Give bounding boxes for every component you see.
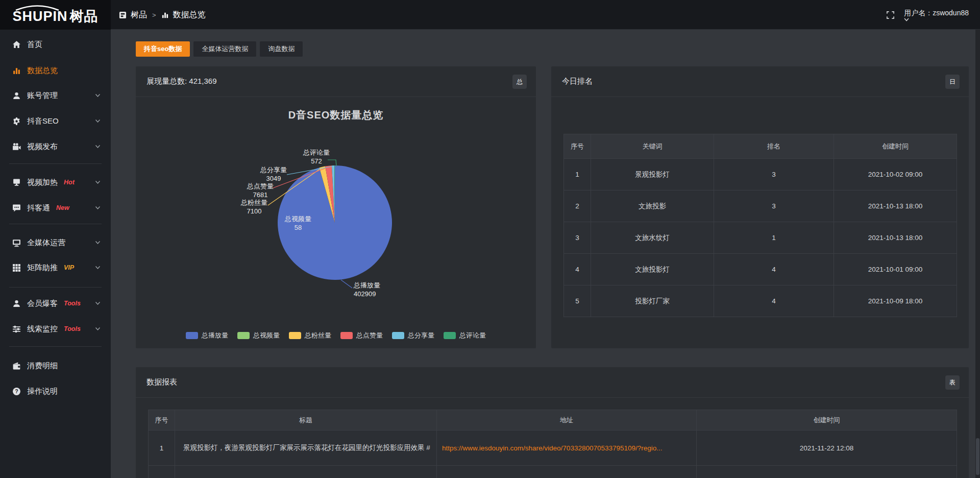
tab-inquiry-data[interactable]: 询盘数据	[260, 41, 303, 57]
sidebar-divider	[9, 224, 102, 224]
pie-label-videos: 总视频量58	[282, 214, 314, 232]
tab-omnimedia-data[interactable]: 全媒体运营数据	[193, 41, 256, 57]
legend-item-videos[interactable]: 总视频量	[237, 331, 280, 340]
table-row: 5 投影灯厂家 4 2021-10-09 18:00	[564, 285, 957, 317]
sidebar-item-label: 消费明细	[27, 361, 58, 371]
sidebar-item-doukertong[interactable]: 抖客通 New	[0, 199, 111, 217]
sidebar-divider	[9, 163, 102, 164]
sidebar-item-video-publish[interactable]: 视频发布	[0, 138, 111, 155]
chevron-down-icon	[95, 94, 101, 98]
ranking-card-title: 今日排名	[562, 77, 593, 86]
sidebar-item-label: 抖客通	[27, 203, 50, 213]
sidebar-item-consumption-detail[interactable]: 消费明细	[0, 357, 111, 374]
col-header-created: 创建时间	[697, 410, 957, 431]
chart-legend: 总播放量 总视频量 总粉丝量 总点赞量 总分享量 总评论量	[136, 331, 536, 340]
sidebar-divider	[9, 346, 102, 347]
video-url-link[interactable]: https://www.iesdouyin.com/share/video/70…	[437, 431, 697, 466]
screen-stand-icon	[12, 178, 21, 187]
day-view-button[interactable]: 日	[945, 75, 960, 89]
legend-chip	[444, 332, 456, 339]
sidebar-item-douyin-seo[interactable]: 抖音SEO	[0, 112, 111, 130]
legend-item-comments[interactable]: 总评论量	[444, 331, 486, 340]
sidebar-item-video-heat[interactable]: 视频加热 Hot	[0, 174, 111, 191]
table-header-row: 序号 关键词 排名 创建时间	[564, 134, 957, 159]
ranking-table: 序号 关键词 排名 创建时间 1 景观投影灯 3 2021-10-02 09:0…	[564, 134, 957, 317]
new-badge: New	[56, 204, 69, 211]
sidebar-item-label: 视频发布	[27, 142, 58, 152]
breadcrumb-current: 数据总览	[173, 10, 206, 20]
chart-title: D音SEO数据量总览	[136, 108, 536, 122]
chevron-down-icon	[95, 206, 101, 210]
legend-item-fans[interactable]: 总粉丝量	[289, 331, 331, 340]
hot-badge: Hot	[64, 179, 75, 186]
legend-item-likes[interactable]: 总点赞量	[340, 331, 383, 340]
breadcrumb-separator: >	[152, 11, 156, 19]
sidebar-item-label: 操作说明	[27, 387, 58, 396]
report-card-title: 数据报表	[146, 377, 177, 387]
sidebar-item-matrix-boost[interactable]: 矩阵助推 VIP	[0, 259, 111, 276]
logo[interactable]: SHUPIN树品	[0, 0, 111, 30]
app-window-icon	[119, 11, 127, 19]
col-header-keyword: 关键词	[591, 134, 714, 159]
legend-item-plays[interactable]: 总播放量	[186, 331, 228, 340]
top-header: SHUPIN树品 树品 > 数据总览 用户名：zswodun88	[0, 0, 980, 30]
logo-arc	[14, 5, 60, 11]
gear-icon	[12, 117, 21, 126]
pie-label-comments: 总评论量572	[298, 148, 335, 165]
bar-chart-icon	[161, 11, 169, 19]
pie-label-likes: 总点赞量7681	[244, 182, 277, 199]
chevron-down-icon	[904, 18, 971, 21]
sidebar-item-label: 全媒体运营	[27, 238, 65, 248]
overview-card: 展现量总数: 421,369 总 D音SEO数据量总览 总评论量572 总分享量…	[136, 66, 536, 348]
fullscreen-icon[interactable]	[886, 11, 895, 19]
sliders-icon	[12, 325, 21, 333]
chevron-down-icon	[95, 241, 101, 245]
wallet-icon	[12, 362, 21, 370]
sidebar-item-lead-monitor[interactable]: 线索监控 Tools	[0, 320, 111, 338]
report-table: 序号 标题 地址 创建时间 1 景观投影灯，夜游景观投影灯厂家展示展示落花灯在花…	[148, 410, 957, 478]
sidebar-item-label: 首页	[27, 40, 42, 50]
user-icon	[12, 91, 21, 100]
sidebar-item-label: 抖音SEO	[27, 116, 59, 126]
table-row: 3 文旅水纹灯 1 2021-10-13 18:00	[564, 222, 957, 254]
chevron-down-icon	[95, 145, 101, 149]
vip-badge: VIP	[64, 264, 74, 271]
breadcrumb-root[interactable]: 树品	[131, 10, 147, 20]
chevron-down-icon	[95, 302, 101, 305]
svg-text:?: ?	[15, 388, 18, 394]
sidebar-item-label: 账号管理	[27, 91, 58, 101]
sidebar-item-account-mgmt[interactable]: 账号管理	[0, 87, 111, 104]
sidebar: 首页 数据总览 账号管理 抖音SEO 视频发布 视频加热 Hot 抖客通 New…	[0, 30, 111, 478]
username-label: 用户名：zswodun88	[904, 9, 969, 17]
col-header-no: 序号	[149, 410, 175, 431]
monitor-icon	[12, 238, 21, 247]
pie-chart: D音SEO数据量总览 总评论量572 总分享量3049 总点赞量7681 总粉丝…	[136, 66, 536, 348]
username-dropdown[interactable]: 用户名：zswodun88	[904, 9, 971, 21]
home-icon	[12, 40, 21, 49]
sidebar-item-data-overview[interactable]: 数据总览	[0, 62, 111, 79]
legend-chip	[392, 332, 404, 339]
col-header-created: 创建时间	[834, 134, 957, 159]
col-header-no: 序号	[564, 134, 591, 159]
scrollbar[interactable]	[975, 30, 980, 478]
col-header-rank: 排名	[714, 134, 834, 159]
legend-item-shares[interactable]: 总分享量	[392, 331, 434, 340]
table-row: 1 景观投影灯 3 2021-10-02 09:00	[564, 159, 957, 190]
sidebar-item-label: 矩阵助推	[27, 263, 58, 273]
today-ranking-card: 今日排名 日 序号 关键词 排名 创建时间 1 景观投影灯 3 2021-10-…	[551, 66, 969, 348]
sidebar-item-home[interactable]: 首页	[0, 36, 111, 53]
col-header-title: 标题	[175, 410, 437, 431]
sidebar-item-member-burst[interactable]: 会员爆客 Tools	[0, 295, 111, 312]
scrollbar-thumb[interactable]	[976, 438, 979, 475]
table-row: 1 景观投影灯，夜游景观投影灯厂家展示展示落花灯在花园里的灯光投影应用效果 # …	[149, 431, 957, 466]
table-row: 4 文旅投影灯 4 2021-10-01 09:00	[564, 254, 957, 285]
video-camera-icon	[12, 142, 21, 151]
pie-label-shares: 总分享量3049	[257, 165, 290, 183]
legend-chip	[289, 332, 301, 339]
sidebar-item-instructions[interactable]: ? 操作说明	[0, 383, 111, 400]
ranking-card-header: 今日排名 日	[551, 66, 969, 97]
chevron-down-icon	[95, 181, 101, 184]
sidebar-item-omnimedia[interactable]: 全媒体运营	[0, 234, 111, 251]
table-view-button[interactable]: 表	[945, 375, 960, 390]
tab-douyin-seo-data[interactable]: 抖音seo数据	[136, 41, 190, 57]
